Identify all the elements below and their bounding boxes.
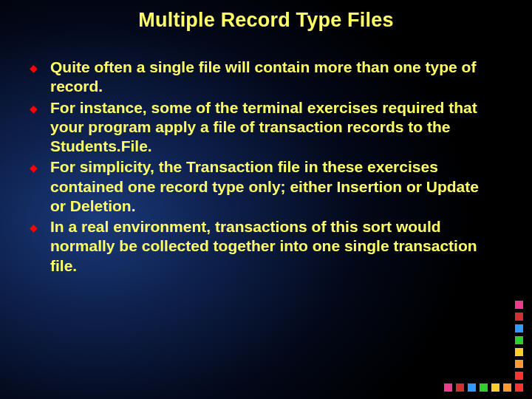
decor-square-icon: [515, 336, 523, 344]
diamond-bullet-icon: ◆: [30, 103, 50, 114]
decor-square-icon: [515, 324, 523, 332]
decor-square-icon: [456, 383, 464, 392]
diamond-bullet-icon: ◆: [30, 163, 50, 173]
bullet-text: Quite often a single file will contain m…: [50, 58, 488, 97]
decor-square-icon: [480, 383, 488, 392]
slide: Multiple Record Type Files ◆ Quite often…: [0, 0, 532, 399]
decor-square-icon: [491, 383, 499, 392]
list-item: ◆ Quite often a single file will contain…: [30, 58, 488, 97]
decor-square-icon: [444, 383, 452, 392]
list-item: ◆ For simplicity, the Transaction file i…: [30, 157, 488, 216]
decor-square-icon: [515, 360, 523, 368]
decor-square-icon: [515, 372, 523, 380]
bullet-text: For simplicity, the Transaction file in …: [50, 157, 488, 216]
list-item: ◆ For instance, some of the terminal exe…: [30, 98, 488, 157]
decor-square-icon: [503, 383, 511, 392]
list-item: ◆ In a real environment, transactions of…: [30, 217, 488, 276]
decor-square-icon: [515, 383, 523, 392]
decor-square-icon: [515, 301, 523, 309]
decor-square-icon: [515, 348, 523, 356]
slide-title: Multiple Record Type Files: [0, 9, 532, 32]
diamond-bullet-icon: ◆: [30, 63, 50, 73]
diamond-bullet-icon: ◆: [30, 222, 50, 233]
bullet-text: In a real environment, transactions of t…: [50, 217, 488, 276]
bullet-text: For instance, some of the terminal exerc…: [50, 98, 488, 157]
decor-horizontal: [444, 383, 523, 392]
slide-body: ◆ Quite often a single file will contain…: [30, 58, 488, 277]
decor-vertical: [515, 301, 523, 380]
decor-square-icon: [515, 313, 523, 321]
decor-square-icon: [468, 383, 476, 392]
